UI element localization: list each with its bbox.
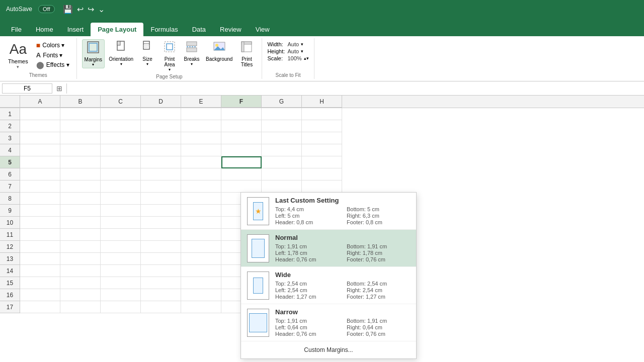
size-button[interactable]: Size ▾ (137, 39, 157, 67)
col-header-f[interactable]: F (221, 96, 262, 108)
row-header-15[interactable]: 15 (0, 277, 20, 289)
row-header-16[interactable]: 16 (0, 289, 20, 301)
row-header-11[interactable]: 11 (0, 229, 20, 241)
print-titles-button[interactable]: PrintTitles (236, 39, 257, 68)
col-header-g[interactable]: G (262, 96, 302, 108)
cell-h1[interactable] (302, 108, 342, 120)
cell-f2[interactable] (221, 120, 262, 132)
cell-c1[interactable] (101, 108, 141, 120)
cell-b1[interactable] (60, 108, 101, 120)
tab-view[interactable]: View (249, 23, 277, 36)
width-arrow[interactable]: ▾ (301, 42, 303, 47)
cell-g3[interactable] (262, 132, 302, 144)
tab-formulas[interactable]: Formulas (143, 23, 185, 36)
row-header-4[interactable]: 4 (0, 144, 20, 156)
formula-expand-icon[interactable]: ⊞ (54, 84, 64, 93)
cell-d1[interactable] (141, 108, 181, 120)
cell-c5[interactable] (101, 156, 141, 168)
customize-icon[interactable]: ⌄ (98, 5, 105, 14)
row-header-7[interactable]: 7 (0, 180, 20, 193)
cell-e5[interactable] (181, 156, 221, 168)
cell-g4[interactable] (262, 144, 302, 156)
cell-a5[interactable] (20, 156, 60, 168)
cell-c2[interactable] (101, 120, 141, 132)
effects-button[interactable]: ⬤ Effects ▾ (33, 60, 72, 70)
cell-d3[interactable] (141, 132, 181, 144)
row-header-17[interactable]: 17 (0, 301, 20, 313)
cell-g2[interactable] (262, 120, 302, 132)
cell-d5[interactable] (141, 156, 181, 168)
margin-item-normal[interactable]: Normal Top: 1,91 cm Bottom: 1,91 cm Left… (241, 230, 416, 267)
save-icon[interactable]: 💾 (63, 5, 73, 14)
row-header-3[interactable]: 3 (0, 132, 20, 144)
row-header-13[interactable]: 13 (0, 253, 20, 265)
cell-b4[interactable] (60, 144, 101, 156)
margins-button[interactable]: Margins ▾ (82, 39, 105, 68)
cell-b5[interactable] (60, 156, 101, 168)
cell-h2[interactable] (302, 120, 342, 132)
cell-a1[interactable] (20, 108, 60, 120)
cell-a4[interactable] (20, 144, 60, 156)
print-area-button[interactable]: PrintArea ▾ (159, 39, 180, 73)
name-box[interactable] (2, 83, 52, 94)
cell-c3[interactable] (101, 132, 141, 144)
row-header-10[interactable]: 10 (0, 217, 20, 229)
cell-e4[interactable] (181, 144, 221, 156)
row-header-8[interactable]: 8 (0, 193, 20, 205)
cell-f5[interactable] (221, 156, 262, 168)
cell-b3[interactable] (60, 132, 101, 144)
cell-e1[interactable] (181, 108, 221, 120)
autosave-toggle[interactable]: Off (38, 5, 54, 13)
height-arrow[interactable]: ▾ (301, 49, 303, 54)
cell-f3[interactable] (221, 132, 262, 144)
cell-a6[interactable] (20, 168, 60, 180)
formula-input[interactable] (69, 84, 642, 93)
tab-home[interactable]: Home (29, 23, 60, 36)
margin-item-wide[interactable]: Wide Top: 2,54 cm Bottom: 2,54 cm Left: … (241, 267, 416, 304)
cell-h3[interactable] (302, 132, 342, 144)
cell-a3[interactable] (20, 132, 60, 144)
cell-f4[interactable] (221, 144, 262, 156)
col-header-a[interactable]: A (20, 96, 60, 108)
fonts-button[interactable]: A Fonts ▾ (33, 50, 72, 60)
themes-button[interactable]: Aa Themes ▾ (4, 39, 32, 69)
row-header-6[interactable]: 6 (0, 168, 20, 180)
tab-data[interactable]: Data (185, 23, 213, 36)
tab-file[interactable]: File (4, 23, 29, 36)
cell-e3[interactable] (181, 132, 221, 144)
col-header-c[interactable]: C (101, 96, 141, 108)
cell-b2[interactable] (60, 120, 101, 132)
col-header-e[interactable]: E (181, 96, 221, 108)
background-button[interactable]: Background (204, 39, 234, 63)
cell-d4[interactable] (141, 144, 181, 156)
undo-icon[interactable]: ↩ (77, 5, 84, 14)
margin-item-narrow[interactable]: Narrow Top: 1,91 cm Bottom: 1,91 cm Left… (241, 304, 416, 341)
tab-page-layout[interactable]: Page Layout (91, 23, 143, 36)
row-header-2[interactable]: 2 (0, 120, 20, 132)
cell-a2[interactable] (20, 120, 60, 132)
cell-c4[interactable] (101, 144, 141, 156)
col-header-h[interactable]: H (302, 96, 342, 108)
row-header-5[interactable]: 5 (0, 156, 20, 168)
cell-h4[interactable] (302, 144, 342, 156)
cell-f1[interactable] (221, 108, 262, 120)
custom-margins-button[interactable]: Custom Margins... (241, 341, 416, 358)
cell-e2[interactable] (181, 120, 221, 132)
col-header-b[interactable]: B (60, 96, 101, 108)
breaks-button[interactable]: Breaks ▾ (182, 39, 202, 67)
cell-g1[interactable] (262, 108, 302, 120)
row-header-9[interactable]: 9 (0, 205, 20, 217)
tab-insert[interactable]: Insert (60, 23, 91, 36)
col-header-d[interactable]: D (141, 96, 181, 108)
cell-d2[interactable] (141, 120, 181, 132)
redo-icon[interactable]: ↪ (88, 5, 94, 14)
row-header-14[interactable]: 14 (0, 265, 20, 277)
row-header-1[interactable]: 1 (0, 108, 20, 120)
cell-h5[interactable] (302, 156, 342, 168)
tab-review[interactable]: Review (213, 23, 249, 36)
cell-g5[interactable] (262, 156, 302, 168)
orientation-button[interactable]: Orientation ▾ (107, 39, 135, 67)
colors-button[interactable]: ■ Colors ▾ (33, 40, 72, 50)
row-header-12[interactable]: 12 (0, 241, 20, 253)
scale-stepper[interactable]: ▴▾ (304, 56, 309, 61)
